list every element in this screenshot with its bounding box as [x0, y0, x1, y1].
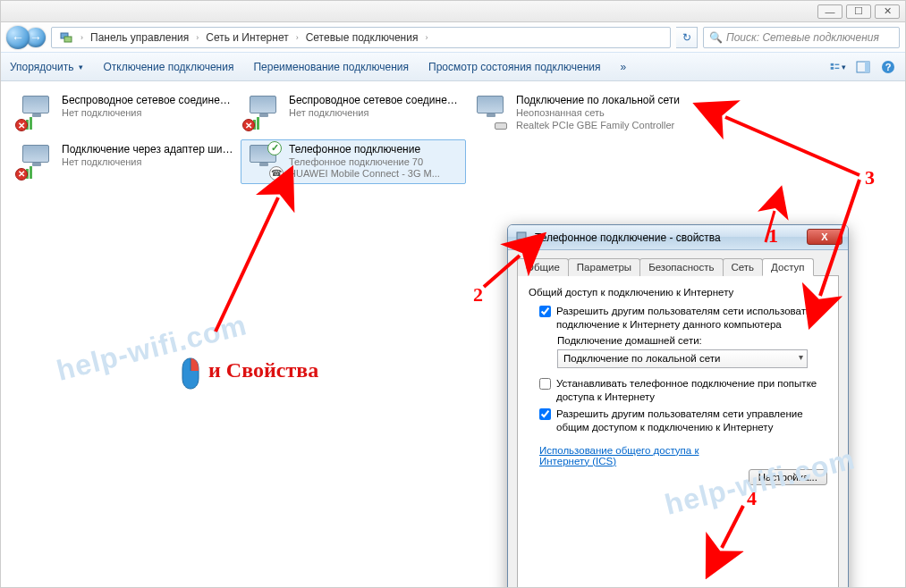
organize-menu[interactable]: Упорядочить — [10, 61, 83, 73]
connection-device: HUAWEI Mobile Connect - 3G M... — [289, 168, 440, 181]
svg-line-12 — [216, 197, 278, 332]
rename-label: Переименование подключения — [253, 61, 409, 73]
tab-options[interactable]: Параметры — [568, 258, 640, 276]
search-icon: 🔍 — [709, 31, 723, 44]
disabled-x-icon: ✕ — [242, 119, 255, 131]
home-network-combo[interactable]: Подключение по локальной сети — [557, 349, 808, 368]
connection-status: Телефонное подключение 70 — [289, 156, 440, 169]
view-status-label: Просмотр состояния подключения — [428, 61, 600, 73]
annotation-properties-text: и Свойства — [208, 358, 318, 382]
connection-status: Нет подключения — [62, 156, 233, 169]
connected-check-icon: ✓ — [267, 141, 282, 155]
organize-label: Упорядочить — [10, 61, 73, 73]
breadcrumb-sep: › — [423, 33, 429, 42]
command-bar: Упорядочить Отключение подключения Переи… — [1, 53, 905, 81]
dialog-titlebar: Телефонное подключение - свойства X — [508, 225, 848, 250]
maximize-icon: ☐ — [854, 5, 863, 17]
settings-button[interactable]: Настройка... — [749, 469, 827, 485]
establish-dial-label: Устанавливать телефонное подключение при… — [556, 377, 827, 404]
dialog-icon — [515, 231, 529, 245]
allow-control-label: Разрешить другим пользователям сети упра… — [556, 407, 827, 434]
help-button[interactable]: ? — [880, 59, 896, 75]
close-icon: X — [821, 231, 827, 242]
tab-security[interactable]: Безопасность — [639, 258, 723, 276]
dialog-title: Телефонное подключение - свойства — [535, 231, 721, 244]
tab-general[interactable]: Общие — [517, 258, 569, 276]
tab-network[interactable]: Сеть — [723, 258, 764, 276]
svg-rect-5 — [835, 67, 840, 68]
allow-sharing-checkbox[interactable] — [539, 306, 551, 317]
view-mode-button[interactable] — [830, 59, 846, 75]
more-commands[interactable]: » — [621, 61, 627, 73]
svg-rect-4 — [835, 63, 840, 64]
tab-sharing[interactable]: Доступ — [762, 258, 813, 276]
search-input[interactable]: 🔍 Поиск: Сетевые подключения — [703, 27, 900, 48]
connection-title: Беспроводное сетевое соединение 3 — [289, 94, 461, 107]
connection-dialup[interactable]: ✓ ☎ Телефонное подключение Телефонное по… — [241, 139, 466, 185]
dialup-icon: ✓ ☎ — [246, 143, 282, 179]
tab-strip: Общие Параметры Безопасность Сеть Доступ — [517, 257, 839, 276]
search-placeholder: Поиск: Сетевые подключения — [726, 31, 879, 44]
view-icon — [830, 61, 840, 73]
close-button[interactable]: ✕ — [875, 4, 900, 19]
connection-lan[interactable]: Подключение по локальной сети Неопознанн… — [468, 90, 693, 136]
breadcrumb-icon — [55, 28, 77, 47]
minimize-button[interactable]: — — [817, 4, 842, 19]
crumb-network-connections[interactable]: Сетевые подключения — [302, 28, 422, 47]
dialog-close-button[interactable]: X — [807, 229, 842, 245]
combo-value: Подключение по локальной сети — [563, 353, 720, 364]
more-label: » — [621, 61, 627, 73]
home-network-label: Подключение домашней сети: — [557, 335, 827, 346]
crumb-network-internet[interactable]: Сеть и Интернет — [202, 28, 292, 47]
refresh-button[interactable]: ↻ — [676, 27, 698, 48]
connection-wifi-1[interactable]: ✕ Беспроводное сетевое соединение Нет по… — [13, 90, 239, 136]
right-click-mouse-icon — [180, 357, 201, 391]
ics-group-label: Общий доступ к подключению к Интернету — [529, 287, 827, 298]
breadcrumb-sep: › — [294, 33, 301, 42]
establish-dial-checkbox[interactable] — [539, 378, 551, 390]
maximize-button[interactable]: ☐ — [846, 4, 871, 19]
tab-panel-sharing: Общий доступ к подключению к Интернету Р… — [517, 276, 839, 588]
svg-rect-1 — [64, 37, 72, 42]
wwan-icon: ✕ — [19, 143, 55, 179]
allow-sharing-label: Разрешить другим пользователям сети испо… — [556, 305, 827, 332]
connection-status: Нет подключения — [289, 107, 461, 120]
disabled-x-icon: ✕ — [15, 168, 28, 181]
rename-connection-button[interactable]: Переименование подключения — [253, 61, 409, 73]
connection-title: Подключение по локальной сети — [516, 94, 680, 107]
network-icon — [59, 30, 73, 45]
minimize-icon: — — [826, 6, 835, 17]
connection-status: Неопознанная сеть — [516, 107, 680, 120]
connection-wwan[interactable]: ✕ Подключение через адаптер широкополосн… — [13, 139, 239, 185]
back-button[interactable]: ← — [6, 26, 30, 49]
breadcrumb-bar[interactable]: › Панель управления › Сеть и Интернет › … — [51, 27, 671, 48]
svg-rect-10 — [517, 232, 526, 239]
address-bar: ← → › Панель управления › Сеть и Интерне… — [1, 22, 905, 53]
view-status-button[interactable]: Просмотр состояния подключения — [428, 61, 600, 73]
content-area: ✕ Беспроводное сетевое соединение Нет по… — [1, 81, 905, 587]
preview-pane-button[interactable] — [855, 59, 871, 75]
crumb-control-panel[interactable]: Панель управления — [87, 28, 192, 47]
connection-wifi-3[interactable]: ✕ Беспроводное сетевое соединение 3 Нет … — [241, 90, 466, 136]
allow-control-checkbox[interactable] — [539, 408, 551, 420]
arrow-left-icon: ← — [12, 30, 24, 45]
ics-help-link[interactable]: Использование общего доступа к Интернету… — [539, 445, 718, 466]
pane-icon — [856, 61, 870, 73]
connection-title: Подключение через адаптер широкополосной… — [62, 143, 233, 156]
disable-connection-button[interactable]: Отключение подключения — [103, 61, 233, 73]
connection-status: Нет подключения — [62, 107, 233, 120]
svg-rect-2 — [831, 63, 834, 65]
arrow-right-icon: → — [30, 30, 42, 45]
window-titlebar: — ☐ ✕ — [1, 1, 905, 22]
svg-rect-7 — [865, 62, 869, 72]
breadcrumb-sep: › — [79, 33, 85, 42]
connection-device: Realtek PCIe GBE Family Controller — [516, 120, 680, 132]
svg-rect-3 — [831, 67, 834, 70]
lan-icon — [473, 94, 509, 130]
wifi-icon: ✕ — [246, 94, 282, 130]
disable-label: Отключение подключения — [103, 61, 233, 73]
annotation-2: 2 — [473, 283, 483, 307]
svg-text:?: ? — [885, 62, 892, 72]
connection-title: Телефонное подключение — [289, 143, 440, 156]
connections-list: ✕ Беспроводное сетевое соединение Нет по… — [13, 90, 893, 188]
